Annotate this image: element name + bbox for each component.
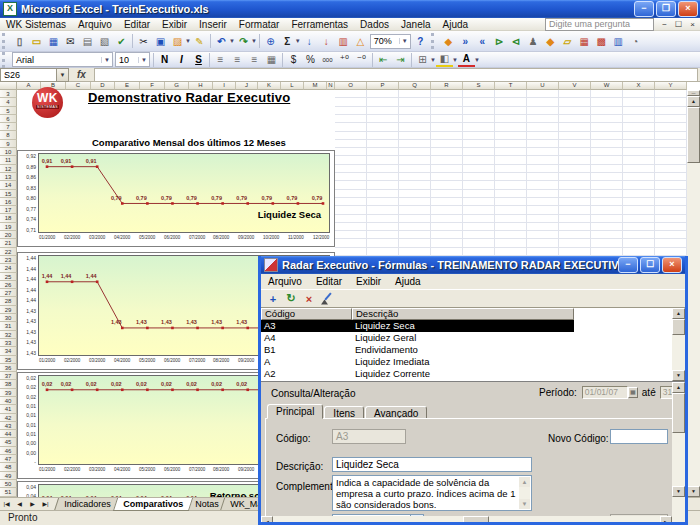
- dialog-vertical-scrollbar[interactable]: ▲ ▼: [672, 382, 685, 525]
- row-header-42[interactable]: 42: [0, 414, 17, 422]
- menu-item-formatar[interactable]: Formatar: [233, 19, 286, 30]
- new-document-icon[interactable]: ▯: [11, 33, 28, 49]
- column-header-J[interactable]: J: [236, 82, 258, 90]
- column-header-T[interactable]: T: [495, 82, 527, 90]
- wk-sheet-icon[interactable]: ▩: [593, 33, 610, 49]
- scroll-thumb[interactable]: [463, 516, 489, 525]
- dialog-horizontal-scrollbar[interactable]: ◀ ▶: [261, 516, 672, 525]
- scroll-left-icon[interactable]: ◀: [261, 516, 273, 525]
- row-header-3[interactable]: 3: [0, 90, 17, 98]
- currency-icon[interactable]: $: [285, 53, 302, 66]
- row-header-46[interactable]: 46: [0, 447, 17, 455]
- fill-color-icon[interactable]: ◧: [436, 52, 453, 67]
- scroll-up-icon[interactable]: ▲: [519, 477, 530, 487]
- wk-run-icon[interactable]: ◆: [440, 33, 457, 49]
- column-header-P[interactable]: P: [367, 82, 399, 90]
- row-header-47[interactable]: 47: [0, 455, 17, 463]
- column-header-U[interactable]: U: [527, 82, 559, 90]
- percent-icon[interactable]: %: [302, 53, 319, 66]
- wk-expand-right-icon[interactable]: »: [457, 33, 474, 49]
- print-preview-icon[interactable]: ▧: [96, 33, 113, 49]
- doc-close-button[interactable]: ×: [686, 19, 699, 30]
- dialog-menu-item-ajuda[interactable]: Ajuda: [388, 276, 428, 287]
- list-item[interactable]: A4Liquidez Geral: [261, 332, 685, 344]
- row-header-51[interactable]: 51: [0, 488, 17, 496]
- menu-item-ferramentas[interactable]: Ferramentas: [285, 19, 354, 30]
- zoom-combo[interactable]: 70%▼: [370, 34, 411, 49]
- line-chart-liquidez-seca[interactable]: 0,920,890,860,830,800,770,740,710,910,91…: [17, 150, 335, 247]
- column-header-O[interactable]: O: [335, 82, 367, 90]
- row-header-5[interactable]: 5: [0, 107, 17, 115]
- decrease-decimal-icon[interactable]: ⁻⁰: [353, 53, 370, 66]
- complemento-field[interactable]: Indica a capacidade de solvência da empr…: [332, 475, 532, 511]
- decrease-indent-icon[interactable]: ⇤: [375, 53, 392, 66]
- row-header-29[interactable]: 29: [0, 306, 17, 314]
- row-header-4[interactable]: 4: [0, 98, 17, 106]
- period-from-field[interactable]: 01/01/07: [582, 386, 628, 399]
- dialog-close-button[interactable]: ×: [662, 257, 682, 273]
- row-header-9[interactable]: 9: [0, 140, 17, 148]
- dialog-maximize-button[interactable]: ☐: [640, 257, 660, 273]
- column-header-V[interactable]: V: [559, 82, 591, 90]
- first-sheet-icon[interactable]: |◀: [0, 498, 13, 510]
- column-header-R[interactable]: R: [431, 82, 463, 90]
- refresh-icon[interactable]: ↻: [282, 291, 300, 306]
- save-icon[interactable]: ▦: [45, 33, 62, 49]
- menu-item-janela[interactable]: Janela: [395, 19, 436, 30]
- chevron-down-icon[interactable]: ▼: [399, 38, 410, 44]
- row-header-16[interactable]: 16: [0, 198, 17, 206]
- column-header-C[interactable]: C: [66, 82, 91, 90]
- column-header-E[interactable]: E: [115, 82, 140, 90]
- scroll-up-icon[interactable]: ▲: [687, 96, 700, 107]
- scroll-down-icon[interactable]: ▼: [687, 486, 700, 497]
- row-header-15[interactable]: 15: [0, 190, 17, 198]
- descricao-field[interactable]: Liquidez Seca: [332, 457, 532, 472]
- clean-broom-icon[interactable]: [318, 291, 336, 306]
- menu-item-inserir[interactable]: Inserir: [193, 19, 233, 30]
- dialog-menu-item-arquivo[interactable]: Arquivo: [261, 276, 309, 287]
- wk-diamond-icon[interactable]: ◆: [542, 33, 559, 49]
- column-header-H[interactable]: H: [189, 82, 213, 90]
- prev-sheet-icon[interactable]: ◀: [13, 498, 26, 510]
- underline-button[interactable]: S: [190, 53, 207, 66]
- row-header-17[interactable]: 17: [0, 206, 17, 214]
- list-scroll-down-icon[interactable]: ▼: [672, 370, 685, 381]
- row-header-31[interactable]: 31: [0, 322, 17, 330]
- add-icon[interactable]: +: [264, 291, 282, 306]
- print-icon[interactable]: ▤: [79, 33, 96, 49]
- close-button[interactable]: ×: [678, 1, 698, 17]
- thousands-icon[interactable]: 000: [319, 53, 336, 66]
- menu-item-arquivo[interactable]: Arquivo: [72, 19, 118, 30]
- font-size-combo[interactable]: 10▼: [115, 52, 150, 67]
- column-header-W[interactable]: W: [591, 82, 623, 90]
- list-column-descricao[interactable]: Descrição: [352, 308, 574, 320]
- row-header-35[interactable]: 35: [0, 356, 17, 364]
- row-header-33[interactable]: 33: [0, 339, 17, 347]
- column-header-N[interactable]: N: [327, 82, 335, 90]
- sort-descending-icon[interactable]: ↓: [318, 33, 335, 49]
- complemento-scrollbar[interactable]: ▲ ▼: [519, 477, 530, 509]
- list-scroll-up-icon[interactable]: ▲: [672, 308, 685, 319]
- row-header-36[interactable]: 36: [0, 364, 17, 372]
- wk-folder-icon[interactable]: ▱: [559, 33, 576, 49]
- scroll-down-icon[interactable]: ▼: [519, 499, 530, 509]
- row-header-48[interactable]: 48: [0, 463, 17, 471]
- novo-codigo-field[interactable]: [610, 429, 668, 444]
- scroll-thumb[interactable]: [672, 393, 685, 433]
- open-folder-icon[interactable]: ▭: [28, 33, 45, 49]
- dialog-menu-item-exibir[interactable]: Exibir: [349, 276, 388, 287]
- scroll-right-icon[interactable]: ▶: [660, 516, 672, 525]
- calendar-icon[interactable]: ▦: [628, 387, 638, 398]
- hyperlink-icon[interactable]: ⊕: [262, 33, 279, 49]
- wk-grid-icon[interactable]: ▦: [576, 33, 593, 49]
- list-scrollbar[interactable]: ▲ ▼: [672, 308, 685, 381]
- row-header-28[interactable]: 28: [0, 297, 17, 305]
- menu-item-dados[interactable]: Dados: [354, 19, 395, 30]
- restore-button[interactable]: ❐: [656, 1, 676, 17]
- help-icon[interactable]: ?: [412, 33, 429, 49]
- menu-item-editar[interactable]: Editar: [118, 19, 156, 30]
- row-header-45[interactable]: 45: [0, 438, 17, 446]
- row-header-43[interactable]: 43: [0, 422, 17, 430]
- align-right-icon[interactable]: ≡: [246, 53, 263, 66]
- increase-decimal-icon[interactable]: ⁺⁰: [336, 53, 353, 66]
